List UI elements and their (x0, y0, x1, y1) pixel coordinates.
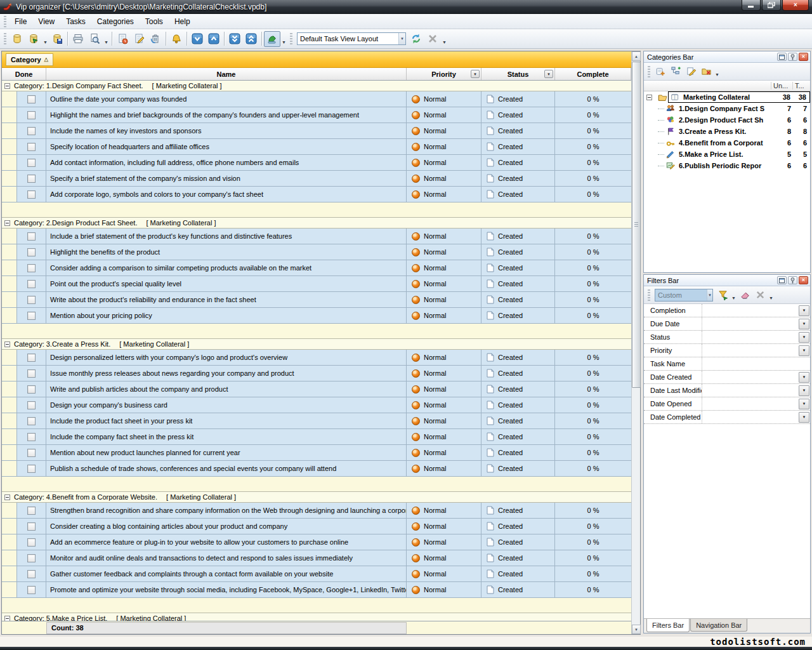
panel-restore-icon[interactable] (777, 53, 787, 61)
status-cell[interactable]: Created (481, 413, 555, 428)
category-group-header[interactable]: Category: 3.Create a Press Kit.[ Marketi… (2, 339, 631, 350)
task-name-cell[interactable]: Highlight the benefits of the product (46, 244, 407, 260)
add-subcategory-button[interactable] (668, 64, 683, 79)
done-checkbox[interactable] (27, 570, 36, 578)
priority-cell[interactable]: Normal (407, 550, 481, 566)
scrollbar-thumb[interactable] (632, 62, 641, 388)
tree-item-root[interactable]: Marketing Collateral3838 (644, 91, 810, 103)
status-cell[interactable]: Created (481, 308, 555, 323)
delete-category-button[interactable] (698, 64, 714, 79)
task-name-cell[interactable]: Issue monthly press releases about news … (46, 366, 407, 381)
task-row[interactable]: Write about the product's reliability an… (2, 292, 631, 308)
done-checkbox[interactable] (27, 586, 36, 594)
delete-layout-button[interactable] (424, 31, 441, 47)
task-name-cell[interactable]: Include the names of key investors and s… (46, 123, 407, 138)
task-row[interactable]: Mention about your pricing policyNormalC… (2, 308, 631, 324)
minimize-button[interactable] (742, 0, 761, 11)
column-header-complete[interactable]: Complete (555, 68, 631, 80)
tab-navigation-bar[interactable]: Navigation Bar (690, 619, 747, 632)
task-row[interactable]: Publish a schedule of trade shows, confe… (2, 461, 631, 477)
filter-dropdown-button[interactable]: ▼ (799, 332, 809, 343)
dropdown-caret-icon[interactable]: ▼ (768, 287, 775, 303)
task-name-cell[interactable]: Include the product fact sheet in your p… (46, 413, 407, 428)
status-cell[interactable]: Created (481, 107, 555, 123)
status-cell[interactable]: Created (481, 582, 555, 597)
status-cell[interactable]: Created (481, 123, 555, 138)
collapse-icon[interactable] (4, 342, 10, 347)
status-cell[interactable]: Created (481, 381, 555, 397)
done-checkbox[interactable] (27, 385, 36, 394)
dropdown-caret-icon[interactable]: ▼ (441, 31, 448, 47)
priority-cell[interactable]: Normal (407, 461, 481, 476)
menu-categories[interactable]: Categories (91, 15, 140, 29)
print-preview-button[interactable] (86, 31, 103, 47)
priority-cell[interactable]: Normal (407, 413, 481, 428)
priority-cell[interactable]: Normal (407, 366, 481, 381)
status-cell[interactable]: Created (481, 260, 555, 275)
priority-cell[interactable]: Normal (407, 123, 481, 138)
chevron-down-icon[interactable]: ▼ (707, 289, 712, 301)
task-name-cell[interactable]: Specify a brief statement of the company… (46, 171, 407, 186)
task-row[interactable]: Design your company's business cardNorma… (2, 397, 631, 413)
tree-item[interactable]: 3.Create a Press Kit.88 (644, 126, 810, 137)
done-checkbox[interactable] (27, 127, 36, 135)
pin-icon[interactable] (788, 276, 797, 284)
menu-tools[interactable]: Tools (140, 15, 169, 29)
done-checkbox[interactable] (27, 159, 36, 167)
done-checkbox[interactable] (27, 538, 36, 547)
task-name-cell[interactable]: Write and publish articles about the com… (46, 381, 407, 397)
category-group-header[interactable]: Category: 1.Design Company Fact Sheet.[ … (2, 81, 631, 91)
done-checkbox[interactable] (27, 111, 36, 119)
column-header-name[interactable]: Name (46, 68, 407, 80)
task-row[interactable]: Highlight the names and brief background… (2, 107, 631, 123)
move-down-button[interactable] (189, 31, 206, 47)
delete-filter-button[interactable] (752, 288, 768, 302)
task-row[interactable]: Add corporate logo, symbols and colors t… (2, 187, 631, 202)
edit-category-button[interactable] (683, 64, 698, 79)
view-layout-button[interactable] (264, 31, 280, 47)
task-name-cell[interactable]: Include a brief statement of the product… (46, 229, 407, 244)
vertical-scrollbar[interactable]: ▲ ▼ (631, 51, 640, 634)
task-name-cell[interactable]: Mention about your pricing policy (46, 308, 407, 323)
task-row[interactable]: Promote and optimize your website throug… (2, 582, 631, 598)
filter-dropdown-button[interactable]: ▼ (799, 372, 809, 383)
done-checkbox[interactable] (27, 401, 36, 409)
panel-close-icon[interactable]: × (799, 276, 808, 284)
status-cell[interactable]: Created (481, 550, 555, 566)
status-cell[interactable]: Created (481, 187, 555, 202)
task-name-cell[interactable]: Mention about new product launches plann… (46, 445, 407, 460)
status-cell[interactable]: Created (481, 534, 555, 550)
apply-filter-button[interactable] (715, 288, 730, 302)
done-checkbox[interactable] (27, 95, 36, 103)
tree-item[interactable]: 6.Publish Periodic Repor66 (644, 160, 810, 171)
status-cell[interactable]: Created (481, 91, 555, 107)
done-checkbox[interactable] (27, 465, 36, 473)
task-row[interactable]: Mention about new product launches plann… (2, 445, 631, 461)
move-to-bottom-button[interactable] (226, 31, 243, 47)
task-name-cell[interactable]: Outline the date your company was founde… (46, 91, 407, 107)
done-checkbox[interactable] (27, 312, 36, 320)
panel-close-icon[interactable]: × (799, 53, 808, 61)
dropdown-caret-icon[interactable]: ▼ (730, 287, 737, 303)
done-checkbox[interactable] (27, 280, 36, 288)
status-cell[interactable]: Created (481, 229, 555, 244)
done-checkbox[interactable] (27, 143, 36, 151)
filter-dropdown-button[interactable]: ▼ (799, 345, 809, 356)
task-row[interactable]: Write and publish articles about the com… (2, 381, 631, 397)
dropdown-caret-icon[interactable]: ▼ (103, 31, 110, 47)
task-row[interactable]: Specify location of headquarters and aff… (2, 139, 631, 155)
status-cell[interactable]: Created (481, 155, 555, 170)
filter-dropdown-button[interactable]: ▼ (799, 412, 809, 423)
close-button[interactable]: × (782, 0, 809, 11)
done-checkbox[interactable] (27, 554, 36, 562)
priority-cell[interactable]: Normal (407, 445, 481, 460)
bell-button[interactable] (168, 31, 185, 47)
priority-cell[interactable]: Normal (407, 229, 481, 244)
task-row[interactable]: Highlight the benefits of the productNor… (2, 244, 631, 260)
task-name-cell[interactable]: Monitor and audit online deals and trans… (46, 550, 407, 566)
collapse-icon[interactable] (4, 494, 10, 500)
tree-item[interactable]: 2.Design Product Fact Sh66 (644, 114, 810, 126)
done-checkbox[interactable] (27, 264, 36, 272)
dropdown-caret-icon[interactable]: ▼ (42, 31, 49, 47)
edit-task-button[interactable] (131, 31, 147, 47)
